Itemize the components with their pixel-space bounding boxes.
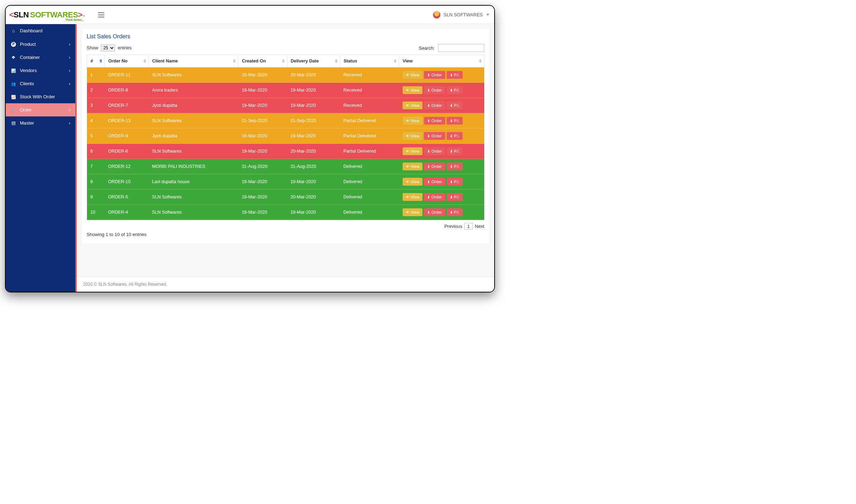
pagination-prev[interactable]: Previous xyxy=(444,224,462,229)
topbar: < SLN SOFTWARES > ™ _ Think Better... SL… xyxy=(6,6,494,24)
sidebar-item-product[interactable]: Product› xyxy=(6,37,75,51)
sidebar-item-label: Product xyxy=(20,42,65,47)
sidebar-item-label: Master xyxy=(20,120,65,126)
view-button[interactable]: View xyxy=(403,193,423,201)
pi-button[interactable]: P.I. xyxy=(447,208,463,216)
cell-created: 19-Mar-2020 xyxy=(238,174,287,190)
btn-label: View xyxy=(411,149,420,153)
col-client-name[interactable]: Client Name xyxy=(148,55,238,67)
chevron-right-icon: › xyxy=(69,120,70,126)
order-button[interactable]: Order xyxy=(424,208,445,216)
pi-button[interactable]: P.I. xyxy=(447,71,463,79)
user-menu[interactable]: SLN SOFTWARES xyxy=(433,11,489,19)
app-frame: < SLN SOFTWARES > ™ _ Think Better... SL… xyxy=(5,5,495,292)
cell-client: SLN Softwares xyxy=(148,67,238,83)
order-button[interactable]: Order xyxy=(424,71,445,79)
cell-status: Partial Delivered xyxy=(340,144,399,159)
cell-actions: ViewOrderP.I. xyxy=(399,144,484,159)
cell-actions: ViewOrderP.I. xyxy=(399,67,484,83)
logo-tagline: _ Think Better... xyxy=(63,18,84,22)
pi-button[interactable]: P.I. xyxy=(447,178,463,186)
view-button[interactable]: View xyxy=(403,147,423,155)
sort-icon xyxy=(479,59,482,63)
sidebar-item-label: Stock With Order xyxy=(20,94,70,99)
col-view[interactable]: View xyxy=(399,55,484,67)
btn-label: P.I. xyxy=(454,210,460,214)
col-order-no[interactable]: Order No xyxy=(105,55,149,67)
sidebar-item-master[interactable]: Master› xyxy=(6,116,75,130)
view-button[interactable]: View xyxy=(403,208,423,216)
search-input[interactable] xyxy=(438,44,484,52)
download-icon xyxy=(450,195,453,199)
order-button[interactable]: Order xyxy=(424,117,445,125)
cell-order-no: ORDER-11 xyxy=(105,67,149,83)
col--[interactable]: # xyxy=(87,55,105,67)
btn-label: View xyxy=(411,119,420,123)
btn-label: Order xyxy=(431,149,442,153)
pi-button[interactable]: P.I. xyxy=(447,193,463,201)
sidebar-item-stock-with-order[interactable]: Stock With Order xyxy=(6,90,75,103)
view-button[interactable]: View xyxy=(403,132,423,140)
sidebar: DashboardProduct›Container›Vendors›Clien… xyxy=(6,24,77,292)
pagination-next[interactable]: Next xyxy=(475,224,484,229)
download-icon xyxy=(427,88,430,92)
col-label: Order No xyxy=(108,59,127,64)
p-icon xyxy=(11,41,16,47)
table-row: 8ORDER-10Lavi dupatta house19-Mar-202019… xyxy=(87,174,484,190)
cell-status: Delivered xyxy=(340,159,399,174)
cell-order-no: ORDER-5 xyxy=(105,190,149,205)
btn-label: Order xyxy=(431,195,442,199)
cell-status: Partial Delivered xyxy=(340,113,399,128)
view-button[interactable]: View xyxy=(403,71,423,79)
view-button[interactable]: View xyxy=(403,117,423,125)
sidebar-item-dashboard[interactable]: Dashboard xyxy=(6,24,75,37)
sidebar-item-container[interactable]: Container› xyxy=(6,51,75,64)
order-button[interactable]: Order xyxy=(424,193,445,201)
order-button[interactable]: Order xyxy=(424,178,445,186)
entries-select[interactable]: 25 xyxy=(101,44,115,51)
chart-icon xyxy=(11,94,16,99)
master-icon xyxy=(11,120,16,126)
sidebar-item-order[interactable]: Order› xyxy=(6,103,75,116)
pagination-page-1[interactable]: 1 xyxy=(464,223,473,230)
order-button[interactable]: Order xyxy=(424,86,445,94)
view-button[interactable]: View xyxy=(403,163,423,170)
order-button[interactable]: Order xyxy=(424,102,445,109)
btn-label: P.I. xyxy=(454,134,460,138)
btn-label: View xyxy=(411,210,420,214)
pi-button[interactable]: P.I. xyxy=(447,86,463,94)
btn-label: Order xyxy=(431,119,442,123)
cell-order-no: ORDER-13 xyxy=(105,113,149,128)
pi-button[interactable]: P.I. xyxy=(447,163,463,170)
btn-label: View xyxy=(411,73,420,77)
col-created-on[interactable]: Created On xyxy=(238,55,287,67)
cell-status: Delivered xyxy=(340,205,399,220)
btn-label: Order xyxy=(431,103,442,108)
brand-logo: < SLN SOFTWARES > ™ _ Think Better... xyxy=(9,10,92,20)
cell-actions: ViewOrderP.I. xyxy=(399,128,484,144)
col-status[interactable]: Status xyxy=(340,55,399,67)
cell-client: Arora traders xyxy=(148,83,238,98)
order-button[interactable]: Order xyxy=(424,163,445,170)
order-button[interactable]: Order xyxy=(424,147,445,155)
pi-button[interactable]: P.I. xyxy=(447,132,463,140)
sidebar-item-clients[interactable]: Clients› xyxy=(6,77,75,90)
pi-button[interactable]: P.I. xyxy=(447,102,463,109)
panel: List Sales Orders Show 25 entries Search… xyxy=(82,29,489,243)
view-button[interactable]: View xyxy=(403,86,423,94)
cell-actions: ViewOrderP.I. xyxy=(399,190,484,205)
pi-button[interactable]: P.I. xyxy=(447,147,463,155)
view-button[interactable]: View xyxy=(403,102,423,109)
cell-order-no: ORDER-4 xyxy=(105,205,149,220)
menu-toggle-icon[interactable] xyxy=(98,12,104,17)
sidebar-item-vendors[interactable]: Vendors› xyxy=(6,64,75,77)
view-button[interactable]: View xyxy=(403,178,423,186)
col-delivery-date[interactable]: Delivery Date xyxy=(287,55,340,67)
pi-button[interactable]: P.I. xyxy=(447,117,463,125)
cell-delivery: 19-Mar-2020 xyxy=(287,174,340,190)
sidebar-item-label: Vendors xyxy=(20,68,65,73)
show-suffix: entries xyxy=(118,45,132,50)
cell-client: SLN Softwares xyxy=(148,113,238,128)
order-button[interactable]: Order xyxy=(424,132,445,140)
cell-actions: ViewOrderP.I. xyxy=(399,174,484,190)
